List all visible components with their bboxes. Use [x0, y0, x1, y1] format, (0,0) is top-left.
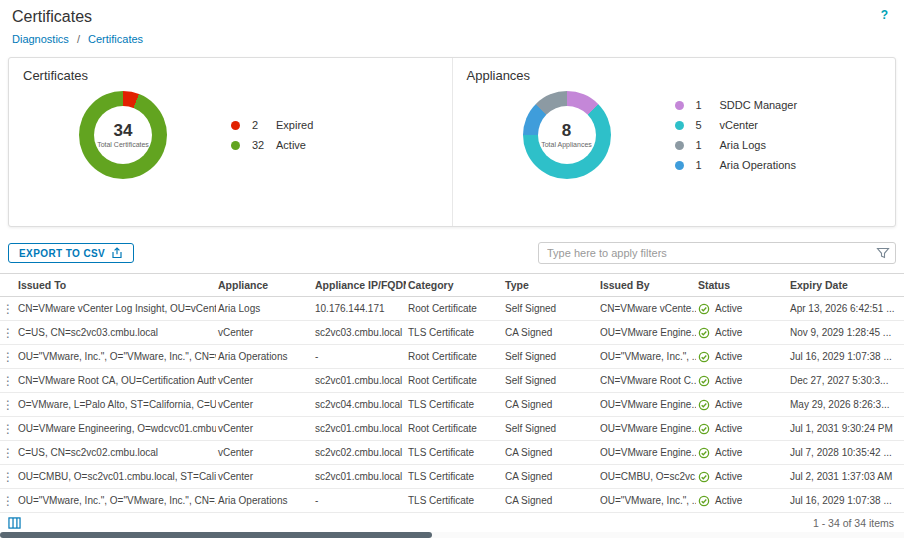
- col-issued-to[interactable]: Issued To: [16, 279, 216, 291]
- export-to-csv-label: EXPORT TO CSV: [19, 248, 105, 259]
- breadcrumb-diagnostics[interactable]: Diagnostics: [12, 33, 69, 45]
- cell-category: TLS Certificate: [406, 495, 503, 506]
- cell-type: CA Signed: [503, 495, 598, 506]
- col-type[interactable]: Type: [503, 279, 598, 291]
- cell-expiry-date: Jul 16, 2029 1:07:38 ...: [788, 351, 904, 362]
- col-appliance-ip[interactable]: Appliance IP/FQDN: [313, 279, 406, 291]
- row-actions-menu-icon[interactable]: [0, 374, 16, 388]
- legend-dot-icon: [675, 121, 684, 130]
- status-active-check-icon: [698, 447, 710, 459]
- cell-appliance: Aria Operations: [216, 351, 313, 362]
- legend-dot-icon: [675, 161, 684, 170]
- breadcrumb-separator: /: [77, 33, 80, 45]
- cell-issued-by: OU=VMware Engine...: [598, 423, 696, 434]
- legend-count: 1: [696, 159, 712, 171]
- row-actions-menu-icon[interactable]: [0, 470, 16, 484]
- export-icon: [111, 247, 123, 259]
- cell-type: CA Signed: [503, 471, 598, 482]
- legend-label: Active: [276, 139, 306, 151]
- col-category[interactable]: Category: [406, 279, 503, 291]
- col-issued-by[interactable]: Issued By: [598, 279, 696, 291]
- cell-appliance: vCenter: [216, 375, 313, 386]
- cell-issued-by: OU="VMware, Inc.", ...: [598, 351, 696, 362]
- certificates-total: 34: [114, 122, 133, 141]
- table-header-row: Issued To Appliance Appliance IP/FQDN Ca…: [0, 274, 904, 297]
- legend-label: Expired: [276, 119, 313, 131]
- filter-funnel-icon[interactable]: [876, 246, 890, 260]
- row-actions-menu-icon[interactable]: [0, 350, 16, 364]
- cell-issued-by: OU="VMware, Inc.", ...: [598, 495, 696, 506]
- page-header: Certificates ?: [0, 0, 904, 26]
- cell-appliance-ip: sc2vc01.cmbu.local: [313, 423, 406, 434]
- legend-count: 1: [696, 99, 712, 111]
- legend-label: SDDC Manager: [720, 99, 798, 111]
- export-to-csv-button[interactable]: EXPORT TO CSV: [8, 243, 134, 263]
- scrollbar-thumb[interactable]: [0, 532, 432, 538]
- appliances-total: 8: [562, 122, 571, 141]
- filter-input[interactable]: [538, 242, 896, 264]
- status-active-check-icon: [698, 399, 710, 411]
- legend-dot-icon: [231, 121, 240, 130]
- cell-appliance-ip: -: [313, 351, 406, 362]
- legend-item: 5 vCenter: [675, 119, 798, 131]
- legend-label: Aria Operations: [720, 159, 796, 171]
- cell-type: Self Signed: [503, 375, 598, 386]
- cell-appliance: vCenter: [216, 471, 313, 482]
- cell-issued-to: OU=VMware Engineering, O=wdcvc01.cmbu.l.…: [16, 423, 216, 434]
- legend-count: 1: [696, 139, 712, 151]
- summary-card: Certificates 34 Total Certificates 2 Exp…: [8, 57, 896, 227]
- cell-issued-by: OU=CMBU, O=sc2vc...: [598, 471, 696, 482]
- cell-issued-to: CN=VMware Root CA, OU=Certification Auth…: [16, 375, 216, 386]
- cell-category: TLS Certificate: [406, 471, 503, 482]
- cell-expiry-date: Dec 27, 2027 5:30:3...: [788, 375, 904, 386]
- cell-category: Root Certificate: [406, 351, 503, 362]
- cell-expiry-date: May 29, 2026 8:26:3...: [788, 399, 904, 410]
- cell-appliance: vCenter: [216, 423, 313, 434]
- col-status[interactable]: Status: [696, 279, 788, 291]
- cell-appliance: vCenter: [216, 447, 313, 458]
- table-footer: 1 - 34 of 34 items: [0, 513, 904, 533]
- table-row: CN=VMware Root CA, OU=Certification Auth…: [0, 369, 904, 393]
- cell-issued-to: OU="VMware, Inc.", O="VMware, Inc.", CN=…: [16, 495, 216, 506]
- row-actions-menu-icon[interactable]: [0, 494, 16, 508]
- column-picker-button[interactable]: [8, 517, 21, 529]
- columns-icon: [8, 517, 21, 529]
- cell-type: Self Signed: [503, 351, 598, 362]
- cell-category: TLS Certificate: [406, 327, 503, 338]
- row-actions-menu-icon[interactable]: [0, 446, 16, 460]
- row-actions-menu-icon[interactable]: [0, 302, 16, 316]
- row-actions-menu-icon[interactable]: [0, 326, 16, 340]
- cell-category: TLS Certificate: [406, 447, 503, 458]
- status-label: Active: [715, 399, 742, 410]
- status-active-check-icon: [698, 327, 710, 339]
- certificates-total-label: Total Certificates: [97, 141, 149, 148]
- cell-appliance-ip: -: [313, 495, 406, 506]
- row-actions-menu-icon[interactable]: [0, 398, 16, 412]
- breadcrumb-certificates[interactable]: Certificates: [88, 33, 143, 45]
- horizontal-scrollbar: [0, 532, 904, 538]
- cell-issued-by: OU=VMware Engine...: [598, 327, 696, 338]
- status-active-check-icon: [698, 471, 710, 483]
- cell-type: Self Signed: [503, 303, 598, 314]
- col-expiry-date[interactable]: Expiry Date: [788, 279, 904, 291]
- cell-status: Active: [696, 471, 788, 483]
- help-icon[interactable]: ?: [881, 8, 892, 22]
- appliances-donut-chart: 8 Total Appliances: [523, 91, 611, 179]
- row-actions-menu-icon[interactable]: [0, 422, 16, 436]
- table-body: CN=VMware vCenter Log Insight, OU=vCent.…: [0, 297, 904, 513]
- legend-dot-icon: [231, 141, 240, 150]
- status-label: Active: [715, 447, 742, 458]
- appliances-total-label: Total Appliances: [541, 141, 592, 148]
- col-appliance[interactable]: Appliance: [216, 279, 313, 291]
- legend-item: 1 Aria Operations: [675, 159, 798, 171]
- cell-appliance: Aria Operations: [216, 495, 313, 506]
- cell-category: Root Certificate: [406, 423, 503, 434]
- certificates-donut-center: 34 Total Certificates: [94, 106, 152, 164]
- legend-count: 5: [696, 119, 712, 131]
- legend-item: 1 Aria Logs: [675, 139, 798, 151]
- cell-status: Active: [696, 423, 788, 435]
- cell-type: CA Signed: [503, 327, 598, 338]
- cell-type: Self Signed: [503, 423, 598, 434]
- certificates-summary-title: Certificates: [23, 68, 438, 83]
- appliances-summary: Appliances 8 Total Appliances 1 SDDC Man…: [452, 58, 896, 226]
